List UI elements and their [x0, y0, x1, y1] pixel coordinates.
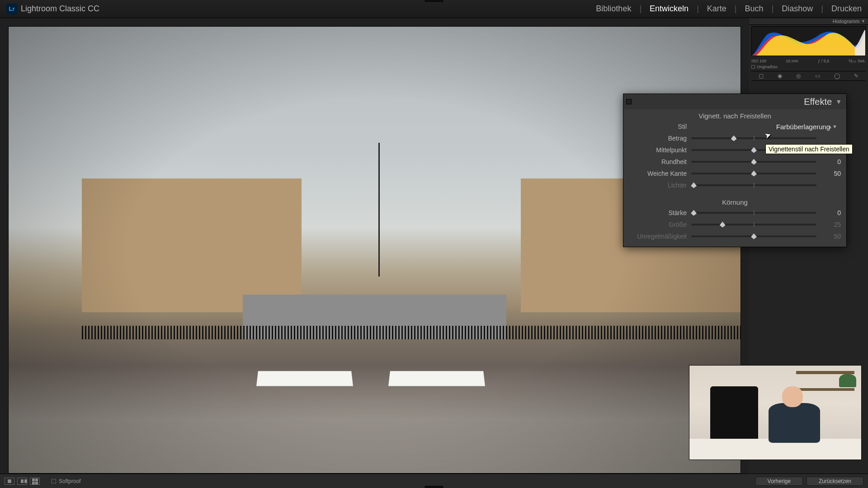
slider-lichter: Lichter: [623, 179, 846, 191]
effects-title: Effekte: [804, 97, 832, 107]
original-photo-row[interactable]: Originalfoto: [751, 65, 866, 69]
histogram-meta: ISO 100 16 mm ƒ / 5,6 ⅟₂₅₀ Sek.: [751, 57, 866, 65]
slider-track[interactable]: [691, 212, 816, 214]
meta-shutter: ⅟₂₅₀ Sek.: [849, 59, 866, 63]
view-grid-icon[interactable]: [30, 478, 40, 485]
dropdown-arrow-icon: ▲▼: [827, 124, 837, 129]
module-book[interactable]: Buch: [745, 4, 764, 14]
slider-label: Lichter: [623, 182, 691, 189]
slider-value: 50: [821, 233, 841, 240]
brand: Lr Lightroom Classic CC: [6, 4, 99, 14]
slider-label: Stärke: [623, 209, 691, 216]
histogram-plot: [752, 27, 865, 56]
app-title: Lightroom Classic CC: [21, 4, 99, 14]
slider-betrag: Betrag: [623, 132, 846, 144]
module-map[interactable]: Karte: [707, 4, 726, 14]
original-photo-label: Originalfoto: [757, 65, 778, 69]
module-picker: Bibliothek| Entwickeln| Karte| Buch| Dia…: [596, 4, 862, 14]
pip-person-body: [769, 403, 820, 442]
slider-label: Mittelpunkt: [623, 146, 691, 154]
view-single-icon[interactable]: [5, 478, 14, 485]
slider-track[interactable]: [691, 137, 816, 139]
vignette-style-row: Stil Farbüberlagerung ▲▼: [623, 121, 846, 132]
slider-track: [691, 184, 816, 186]
grain-heading: Körnung: [623, 196, 846, 207]
reset-button[interactable]: Zurücksetzen: [807, 477, 863, 486]
slider-staerke: Stärke 0: [623, 207, 846, 219]
module-print[interactable]: Drucken: [831, 4, 862, 14]
app-badge: Lr: [6, 4, 17, 14]
slider-track: [691, 224, 816, 225]
spot-tool-icon[interactable]: ◉: [778, 73, 782, 79]
histogram-title: Histogramm: [833, 19, 859, 24]
slider-value[interactable]: 0: [821, 209, 841, 216]
window-notch-bottom: [424, 485, 444, 488]
panel-toggle-switch[interactable]: [626, 99, 632, 104]
histogram-box[interactable]: [751, 26, 866, 56]
brush-tool-icon[interactable]: ✎: [854, 73, 859, 79]
previous-button[interactable]: Vorherige: [755, 477, 803, 486]
slider-label: Weiche Kante: [623, 170, 691, 177]
radial-tool-icon[interactable]: ◯: [834, 73, 840, 79]
pip-shelf: [796, 371, 854, 374]
slider-value[interactable]: 50: [821, 170, 841, 177]
module-library[interactable]: Bibliothek: [596, 4, 631, 14]
slider-weiche-kante: Weiche Kante 50: [623, 168, 846, 179]
module-develop[interactable]: Entwickeln: [650, 4, 689, 14]
tool-strip: ▢ ◉ ◎ ▭ ◯ ✎: [751, 71, 866, 81]
slider-label: Unregelmäßigkeit: [623, 233, 691, 240]
vignette-style-dropdown[interactable]: Farbüberlagerung ▲▼: [691, 123, 841, 131]
slider-rundheit: Rundheit 0: [623, 156, 846, 168]
pip-plant: [839, 374, 856, 387]
webcam-pip: [689, 365, 862, 460]
slider-value[interactable]: 0: [821, 158, 841, 165]
chevron-down-icon[interactable]: ▼: [861, 19, 865, 23]
window-notch-top: [424, 0, 444, 3]
slider-label: Betrag: [623, 135, 691, 142]
slider-track: [691, 235, 816, 237]
vignette-style-value: Farbüberlagerung: [776, 123, 830, 131]
grad-tool-icon[interactable]: ▭: [815, 73, 820, 79]
tooltip: Vignettenstil nach Freistellen: [765, 144, 853, 154]
meta-focal: 16 mm: [786, 59, 798, 63]
meta-iso: ISO 100: [751, 59, 766, 63]
pip-shelf: [796, 388, 854, 391]
slider-track[interactable]: [691, 161, 816, 163]
bottom-right-controls: Vorherige Zurücksetzen: [755, 477, 863, 486]
pip-monitor: [710, 386, 758, 443]
top-bar: Lr Lightroom Classic CC Bibliothek| Entw…: [0, 0, 868, 18]
meta-aperture: ƒ / 5,6: [818, 59, 829, 63]
module-slideshow[interactable]: Diashow: [782, 4, 813, 14]
view-compare-icon[interactable]: [17, 478, 27, 485]
effects-panel[interactable]: Effekte ▼ Vignett. nach Freistellen Stil…: [623, 94, 847, 247]
redeye-tool-icon[interactable]: ◎: [796, 73, 801, 79]
softproof-checkbox[interactable]: [52, 479, 56, 483]
vignette-heading: Vignett. nach Freistellen: [623, 109, 846, 121]
slider-track[interactable]: [691, 173, 816, 174]
crop-tool-icon[interactable]: ▢: [759, 73, 764, 79]
chevron-down-icon[interactable]: ▼: [835, 98, 842, 105]
slider-value: 25: [821, 221, 841, 228]
original-photo-checkbox[interactable]: [751, 65, 755, 69]
slider-unregel: Unregelmäßigkeit 50: [623, 230, 846, 242]
slider-label: Rundheit: [623, 158, 691, 165]
histogram-header[interactable]: Histogramm ▼: [749, 18, 868, 25]
effects-titlebar[interactable]: Effekte ▼: [623, 94, 846, 109]
slider-label: Größe: [623, 221, 691, 228]
pip-person-head: [782, 386, 803, 407]
vignette-style-label: Stil: [623, 123, 691, 130]
slider-groesse: Größe 25: [623, 219, 846, 230]
softproof-label: Softproof: [59, 478, 81, 484]
bottom-left-controls: Softproof: [5, 478, 81, 485]
